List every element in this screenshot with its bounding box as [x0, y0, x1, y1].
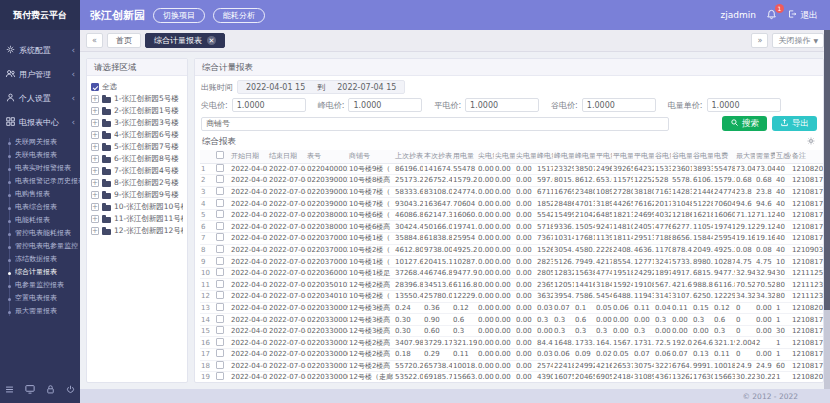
close-operations-dropdown[interactable]: 关闭操作▼ [772, 33, 824, 48]
expand-icon[interactable]: + [91, 95, 99, 103]
column-header-5[interactable]: 本次抄表 [423, 150, 452, 163]
row-checkbox[interactable] [216, 372, 224, 380]
price-input-1[interactable] [348, 98, 422, 112]
row-checkbox[interactable] [216, 291, 224, 299]
table-row[interactable]: 142022-04-012022-07-04022033000812号楼3楼高0… [200, 314, 823, 326]
column-header-8[interactable]: 尖电量价 [494, 150, 515, 163]
tree-item-7[interactable]: +8-张江创新园2号楼 [91, 177, 183, 189]
tree-item-1[interactable]: +2-张江创新园1号楼 [91, 105, 183, 117]
table-row[interactable]: 22022-04-012022-07-04022039000310号楼8楼高25… [200, 175, 823, 187]
column-header-7[interactable]: 尖电量 [477, 150, 494, 163]
column-header-4[interactable]: 上次抄表 [394, 150, 423, 163]
table-row[interactable]: 12022-04-012022-07-04022040000110号楼9楼（86… [200, 163, 823, 175]
expand-icon[interactable]: + [91, 143, 99, 151]
table-row[interactable]: 72022-04-012022-07-04022037000310号楼1楼（35… [200, 233, 823, 245]
row-checkbox[interactable] [216, 175, 224, 183]
expand-icon[interactable]: + [91, 131, 99, 139]
tree-item-4[interactable]: +5-张江创新园7号楼 [91, 141, 183, 153]
column-header-1[interactable]: 结束日期 [268, 150, 306, 163]
table-row[interactable]: 192022-04-012022-07-04022033000612号楼（走廊5… [200, 372, 823, 382]
energy-analysis-button[interactable]: 能耗分析 [213, 8, 265, 23]
column-header-22[interactable]: 互感倍率 [775, 150, 791, 163]
username[interactable]: zjadmin [721, 10, 756, 20]
row-checkbox[interactable] [216, 268, 224, 276]
report-table-container[interactable]: 开始日期结束日期表号商铺号上次抄表本次抄表用电量尖电量尖电量价尖电量费峰电量峰电… [195, 150, 823, 382]
table-row[interactable]: 112022-04-012022-07-04022035010112号楼2楼高2… [200, 279, 823, 291]
row-checkbox[interactable] [216, 199, 224, 207]
sidebar-report-item-9[interactable]: 冻结数据报表 [0, 253, 80, 266]
row-checkbox[interactable] [216, 349, 224, 357]
sidebar-report-item-11[interactable]: 电参量监控报表 [0, 279, 80, 292]
column-header-14[interactable]: 平电量价 [612, 150, 633, 163]
column-header-19[interactable]: 电费 [713, 150, 735, 163]
sidebar-report-item-6[interactable]: 电能耗报表 [0, 214, 80, 227]
scrollbar-thumb[interactable] [824, 30, 830, 310]
table-row[interactable]: 172022-04-012022-07-04022033000612号楼2楼高0… [200, 349, 823, 361]
row-checkbox[interactable] [216, 338, 224, 346]
tree-item-6[interactable]: +7-张江创新园4号楼 [91, 165, 183, 177]
export-button[interactable]: 导出 [772, 116, 817, 131]
logout-button[interactable]: 退出 [787, 9, 818, 22]
sidebar-report-item-7[interactable]: 管控电表能耗报表 [0, 227, 80, 240]
column-header-0[interactable]: 开始日期 [230, 150, 268, 163]
tab-0[interactable]: 首页 [107, 33, 141, 48]
row-checkbox[interactable] [216, 315, 224, 323]
expand-icon[interactable]: + [91, 191, 99, 199]
row-checkbox[interactable] [216, 164, 224, 172]
close-icon[interactable]: ✕ [207, 36, 216, 45]
window-scrollbar[interactable] [824, 30, 830, 389]
row-checkbox[interactable] [216, 187, 224, 195]
column-header-3[interactable]: 商铺号 [348, 150, 394, 163]
row-checkbox[interactable] [216, 233, 224, 241]
expand-icon[interactable]: + [91, 179, 99, 187]
sidebar-report-item-8[interactable]: 管控电表电参量监控 [0, 240, 80, 253]
column-header-6[interactable]: 用电量 [452, 150, 477, 163]
column-header-15[interactable]: 平电量费 [633, 150, 654, 163]
table-row[interactable]: 182022-04-012022-07-04022033000712号楼2楼高5… [200, 360, 823, 372]
sidebar-item-3[interactable]: 电报表中心‹ [0, 110, 80, 134]
sidebar-report-item-3[interactable]: 电表报警记录历史报表 [0, 175, 80, 188]
tab-1[interactable]: 综合计量报表✕ [145, 33, 225, 48]
row-checkbox[interactable] [216, 361, 224, 369]
tree-item-10[interactable]: +11-张江创新园11号楼 [91, 213, 183, 225]
column-header-11[interactable]: 峰电量价 [553, 150, 574, 163]
tree-item-11[interactable]: +12-张江创新园12号楼 [91, 225, 183, 237]
column-header-9[interactable]: 尖电量费 [515, 150, 536, 163]
date-range-picker[interactable]: 2022-04-01 15 到 2022-07-04 15 [237, 80, 405, 94]
tree-item-9[interactable]: +10-张江创新园10号楼 [91, 201, 183, 213]
sidebar-report-item-0[interactable]: 失联网关报表 [0, 136, 80, 149]
row-checkbox[interactable] [216, 280, 224, 288]
expand-icon[interactable]: + [91, 203, 99, 211]
sidebar-item-2[interactable]: 个人设置‹ [0, 86, 80, 110]
sidebar-report-item-5[interactable]: 电表综合报表 [0, 201, 80, 214]
switch-project-button[interactable]: 切换项目 [153, 8, 205, 23]
header-checkbox[interactable] [216, 151, 224, 159]
row-checkbox[interactable] [216, 222, 224, 230]
sidebar-item-0[interactable]: 系统配置‹ [0, 38, 80, 62]
expand-icon[interactable]: + [91, 119, 99, 127]
column-header-2[interactable]: 表号 [306, 150, 348, 163]
price-input-2[interactable] [465, 98, 539, 112]
sidebar-report-item-1[interactable]: 失联电表报表 [0, 149, 80, 162]
column-header-10[interactable]: 峰电量 [536, 150, 553, 163]
sidebar-report-item-10[interactable]: 综合计量报表 [0, 266, 80, 279]
sidebar-report-item-2[interactable]: 电表实时报警报表 [0, 162, 80, 175]
table-row[interactable]: 132022-04-012022-07-04022033000912号楼3楼高0… [200, 302, 823, 314]
table-row[interactable]: 102022-04-012022-07-04022036000110号楼1楼足3… [200, 267, 823, 279]
sidebar-report-item-12[interactable]: 空置电表报表 [0, 292, 80, 305]
column-header-17[interactable]: 谷电量价 [671, 150, 692, 163]
notifications-button[interactable]: 1 [766, 9, 777, 22]
sidebar-item-1[interactable]: 用户管理‹ [0, 62, 80, 86]
column-header-23[interactable]: 备注 [791, 150, 823, 163]
column-header-13[interactable]: 平电量 [595, 150, 612, 163]
menu-icon[interactable] [4, 380, 15, 399]
price-input-0[interactable] [232, 98, 306, 112]
table-row[interactable]: 152022-04-012022-07-04022033000412号楼3楼高0… [200, 325, 823, 337]
tabs-scroll-right-button[interactable]: » [751, 33, 768, 48]
select-all-row[interactable]: 全选 [91, 81, 183, 93]
tree-item-2[interactable]: +3-张江创新园3号楼 [91, 117, 183, 129]
table-row[interactable]: 52022-04-012022-07-04022038000210号楼6楼（46… [200, 209, 823, 221]
table-row[interactable]: 162022-04-012022-07-04022033000512号楼2楼高3… [200, 337, 823, 349]
tree-item-3[interactable]: +4-张江创新园6号楼 [91, 129, 183, 141]
tree-item-0[interactable]: +1-张江创新园5号楼 [91, 93, 183, 105]
